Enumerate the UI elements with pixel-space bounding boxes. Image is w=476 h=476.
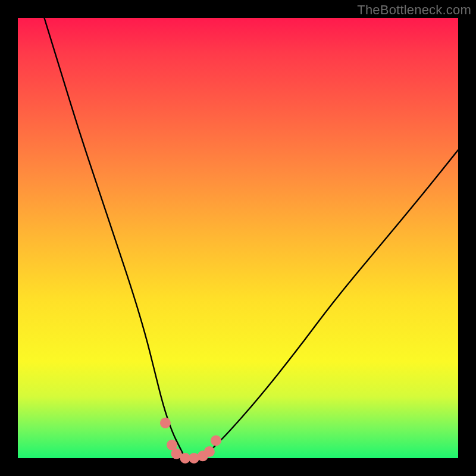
trough-marker: [160, 418, 171, 428]
watermark-text: TheBottleneck.com: [357, 2, 471, 18]
chart-stage: TheBottleneck.com: [0, 0, 476, 476]
bottleneck-curve-path: [44, 18, 458, 458]
trough-marker: [211, 435, 221, 446]
plot-area: [18, 18, 458, 458]
trough-marker-group: [160, 418, 221, 464]
trough-marker: [204, 446, 215, 457]
curve-svg: [18, 18, 458, 458]
